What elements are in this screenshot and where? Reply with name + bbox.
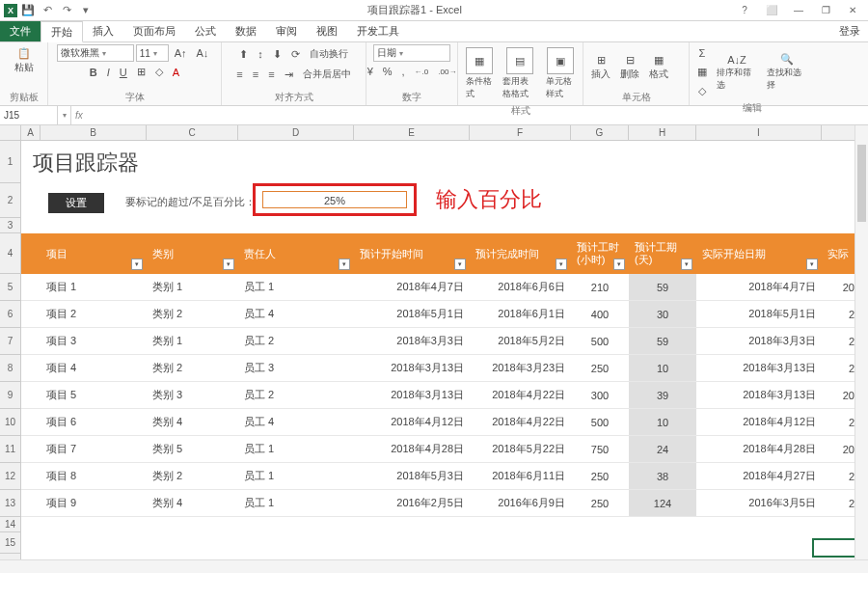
help-button[interactable]: ?	[735, 3, 754, 18]
table-row[interactable]: 项目 4类别 2员工 32018年3月13日2018年3月23日25010201…	[21, 355, 868, 382]
qat-undo-button[interactable]: ↶	[39, 2, 56, 19]
tab-review[interactable]: 审阅	[266, 21, 307, 41]
th-est-days[interactable]: 预计工期(天)▾	[629, 233, 696, 274]
underline-button[interactable]: U	[116, 64, 131, 81]
th-est-start[interactable]: 预计开始时间▾	[354, 233, 470, 274]
currency-button[interactable]: ¥	[364, 63, 377, 80]
th-est-end[interactable]: 预计完成时间▾	[470, 233, 571, 274]
insert-cells-button[interactable]: ⊞插入	[587, 51, 614, 84]
fill-color-button[interactable]: ◇	[151, 63, 167, 81]
tab-page-layout[interactable]: 页面布局	[123, 21, 185, 41]
row-header[interactable]: 4	[0, 233, 20, 274]
row-header[interactable]: 15	[0, 532, 20, 554]
table-row[interactable]: 项目 2类别 2员工 42018年5月1日2018年6月1日400302018年…	[21, 301, 868, 328]
filter-icon[interactable]: ▾	[131, 259, 143, 270]
col-header[interactable]: B	[41, 125, 147, 140]
horizontal-scrollbar[interactable]	[0, 559, 868, 573]
bold-button[interactable]: B	[86, 64, 101, 81]
tab-formulas[interactable]: 公式	[185, 21, 226, 41]
formula-bar[interactable]: fx	[71, 106, 868, 124]
decrease-decimal-button[interactable]: .00→	[434, 65, 460, 79]
indent-button[interactable]: ⇥	[281, 66, 297, 84]
minimize-button[interactable]: —	[789, 3, 808, 18]
qat-customize-button[interactable]: ▾	[77, 2, 95, 19]
col-header[interactable]: F	[470, 125, 571, 140]
scrollbar-thumb[interactable]	[857, 145, 866, 222]
row-header[interactable]: 12	[0, 463, 20, 490]
orientation-button[interactable]: ⟳	[287, 45, 304, 64]
percent-button[interactable]: %	[379, 63, 396, 80]
autosum-button[interactable]: Σ	[693, 44, 711, 62]
align-top-button[interactable]: ⬆	[235, 45, 252, 64]
paste-button[interactable]: 📋 粘贴	[11, 44, 38, 77]
row-header[interactable]: 2	[0, 183, 20, 218]
name-box-caret[interactable]: ▾	[58, 106, 71, 124]
row-header[interactable]: 13	[0, 490, 20, 517]
align-right-button[interactable]: ≡	[264, 66, 278, 83]
row-header[interactable]: 10	[0, 409, 20, 436]
wrap-text-button[interactable]: 自动换行	[306, 44, 352, 64]
comma-button[interactable]: ,	[398, 63, 409, 80]
number-format-combo[interactable]: 日期▾	[373, 44, 450, 62]
name-box[interactable]: J15	[0, 106, 58, 124]
grow-font-button[interactable]: A↑	[171, 44, 191, 62]
col-header[interactable]: G	[571, 125, 629, 140]
table-row[interactable]: 项目 5类别 3员工 22018年3月13日2018年4月22日30039201…	[21, 382, 868, 409]
row-header[interactable]: 14	[0, 517, 20, 532]
align-left-button[interactable]: ≡	[232, 66, 246, 83]
table-row[interactable]: 项目 6类别 4员工 42018年4月12日2018年4月22日50010201…	[21, 409, 868, 436]
row-header[interactable]: 8	[0, 355, 20, 382]
tab-view[interactable]: 视图	[307, 21, 347, 41]
align-middle-button[interactable]: ↕	[254, 45, 267, 63]
align-bottom-button[interactable]: ⬇	[269, 45, 285, 64]
tab-file[interactable]: 文件	[0, 21, 41, 41]
filter-icon[interactable]: ▾	[681, 259, 692, 270]
filter-icon[interactable]: ▾	[223, 259, 234, 270]
th-owner[interactable]: 责任人▾	[238, 233, 354, 274]
th-actual-start[interactable]: 实际开始日期▾	[696, 233, 822, 274]
fill-button[interactable]: ▦	[693, 63, 711, 81]
format-cells-button[interactable]: ▦格式	[645, 51, 672, 84]
font-name-combo[interactable]: 微软雅黑▾	[57, 44, 134, 62]
table-row[interactable]: 项目 3类别 1员工 22018年3月3日2018年5月2日500592018年…	[21, 328, 868, 355]
row-header[interactable]: 5	[0, 274, 20, 301]
tab-insert[interactable]: 插入	[83, 21, 123, 41]
th-project[interactable]: 项目▾	[41, 233, 147, 274]
sort-filter-button[interactable]: A↓Z排序和筛选	[713, 51, 761, 95]
th-est-hours[interactable]: 预计工时(小时)▾	[571, 233, 629, 274]
clear-button[interactable]: ◇	[693, 82, 711, 100]
settings-button[interactable]: 设置	[48, 193, 104, 213]
table-row[interactable]: 项目 9类别 4员工 12016年2月5日2016年6月9日2501242016…	[21, 490, 868, 517]
align-center-button[interactable]: ≡	[249, 66, 262, 83]
threshold-input-cell[interactable]: 25%	[262, 191, 407, 208]
cell-styles-button[interactable]: ▣单元格样式	[542, 44, 579, 103]
font-color-button[interactable]: A	[169, 64, 183, 81]
th-category[interactable]: 类别▾	[147, 233, 238, 274]
sheet-area[interactable]: 项目跟踪器 设置 要标记的超过/不足百分比： 25% 输入百分比 项目▾ 类别▾…	[21, 141, 868, 559]
col-header[interactable]: E	[354, 125, 470, 140]
conditional-format-button[interactable]: ▦条件格式	[462, 44, 497, 103]
filter-icon[interactable]: ▾	[339, 259, 350, 270]
merge-center-button[interactable]: 合并后居中	[299, 65, 355, 84]
col-header[interactable]: C	[147, 125, 238, 140]
row-header[interactable]: 6	[0, 301, 20, 328]
italic-button[interactable]: I	[103, 64, 114, 81]
border-button[interactable]: ⊞	[133, 63, 149, 81]
find-select-button[interactable]: 🔍查找和选择	[763, 50, 811, 95]
maximize-button[interactable]: ❐	[816, 3, 835, 18]
qat-redo-button[interactable]: ↷	[58, 2, 75, 19]
tab-developer[interactable]: 开发工具	[347, 21, 409, 41]
increase-decimal-button[interactable]: ←.0	[411, 65, 433, 79]
col-header[interactable]: I	[696, 125, 822, 140]
font-size-combo[interactable]: 11▾	[136, 44, 169, 62]
format-as-table-button[interactable]: ▤套用表格格式	[499, 44, 540, 103]
table-row[interactable]: 项目 7类别 5员工 12018年4月28日2018年5月22日75024201…	[21, 436, 868, 463]
ribbon-options-button[interactable]: ⬜	[762, 3, 781, 18]
vertical-scrollbar[interactable]	[854, 125, 868, 559]
filter-icon[interactable]: ▾	[806, 259, 818, 270]
qat-save-button[interactable]: 💾	[19, 2, 37, 19]
filter-icon[interactable]: ▾	[613, 259, 625, 270]
col-header[interactable]: A	[21, 125, 41, 140]
col-header[interactable]: D	[238, 125, 354, 140]
row-header[interactable]: 7	[0, 328, 20, 355]
